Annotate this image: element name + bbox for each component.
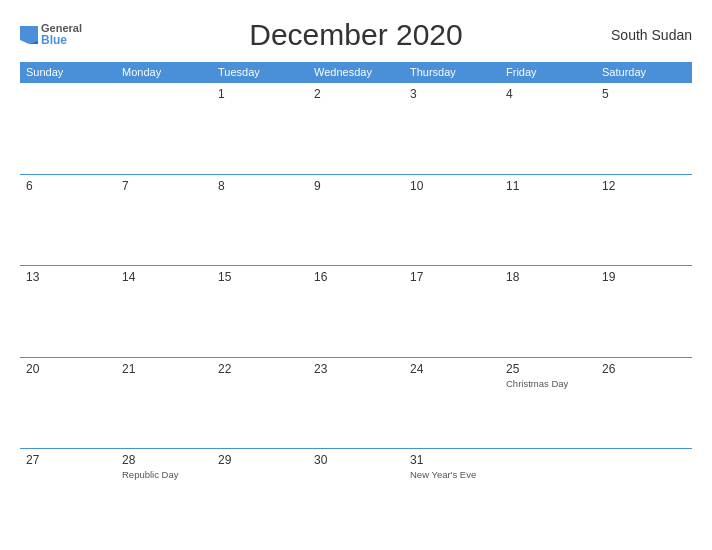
week-4: 20 21 22 23 24 25Christmas Day 26 [20, 357, 692, 449]
cell-dec-7: 7 [116, 175, 212, 266]
cell-dec-13: 13 [20, 266, 116, 357]
cell-dec-29: 29 [212, 449, 308, 540]
cell-w1-mon [116, 83, 212, 174]
cell-dec-20: 20 [20, 358, 116, 449]
cell-dec-28: 28Republic Day [116, 449, 212, 540]
cell-dec-24: 24 [404, 358, 500, 449]
cell-dec-18: 18 [500, 266, 596, 357]
week-3: 13 14 15 16 17 18 19 [20, 265, 692, 357]
cell-dec-23: 23 [308, 358, 404, 449]
new-years-eve-label: New Year's Eve [410, 469, 494, 480]
cell-dec-14: 14 [116, 266, 212, 357]
republic-day-label: Republic Day [122, 469, 206, 480]
cell-w1-sun [20, 83, 116, 174]
christmas-day-label: Christmas Day [506, 378, 590, 389]
cell-dec-30: 30 [308, 449, 404, 540]
week-1: 1 2 3 4 5 [20, 82, 692, 174]
cell-dec-25: 25Christmas Day [500, 358, 596, 449]
cell-dec-16: 16 [308, 266, 404, 357]
cell-dec-6: 6 [20, 175, 116, 266]
col-thursday: Thursday [404, 62, 500, 82]
cell-w5-sat [596, 449, 692, 540]
cell-dec-9: 9 [308, 175, 404, 266]
cell-dec-5: 5 [596, 83, 692, 174]
cell-dec-27: 27 [20, 449, 116, 540]
logo-text: General Blue [41, 22, 82, 47]
col-friday: Friday [500, 62, 596, 82]
cell-dec-12: 12 [596, 175, 692, 266]
calendar-page: General Blue December 2020 South Sudan S… [0, 0, 712, 550]
country-label: South Sudan [592, 27, 692, 43]
cell-dec-15: 15 [212, 266, 308, 357]
cell-dec-10: 10 [404, 175, 500, 266]
col-sunday: Sunday [20, 62, 116, 82]
col-tuesday: Tuesday [212, 62, 308, 82]
cell-dec-11: 11 [500, 175, 596, 266]
cell-dec-2: 2 [308, 83, 404, 174]
col-saturday: Saturday [596, 62, 692, 82]
cell-dec-22: 22 [212, 358, 308, 449]
cell-dec-26: 26 [596, 358, 692, 449]
calendar-body: 1 2 3 4 5 6 7 8 9 10 11 12 13 14 15 16 [20, 82, 692, 540]
logo: General Blue [20, 22, 120, 47]
col-monday: Monday [116, 62, 212, 82]
cell-dec-4: 4 [500, 83, 596, 174]
logo-icon [20, 26, 38, 44]
cell-dec-3: 3 [404, 83, 500, 174]
calendar-title: December 2020 [120, 18, 592, 52]
cell-dec-31: 31New Year's Eve [404, 449, 500, 540]
cell-dec-17: 17 [404, 266, 500, 357]
cell-w5-fri [500, 449, 596, 540]
cell-dec-19: 19 [596, 266, 692, 357]
header: General Blue December 2020 South Sudan [20, 18, 692, 52]
calendar: Sunday Monday Tuesday Wednesday Thursday… [20, 62, 692, 540]
col-wednesday: Wednesday [308, 62, 404, 82]
calendar-header: Sunday Monday Tuesday Wednesday Thursday… [20, 62, 692, 82]
cell-dec-8: 8 [212, 175, 308, 266]
cell-dec-21: 21 [116, 358, 212, 449]
logo-blue-text: Blue [41, 34, 82, 47]
week-2: 6 7 8 9 10 11 12 [20, 174, 692, 266]
week-5: 27 28Republic Day 29 30 31New Year's Eve [20, 448, 692, 540]
cell-dec-1: 1 [212, 83, 308, 174]
